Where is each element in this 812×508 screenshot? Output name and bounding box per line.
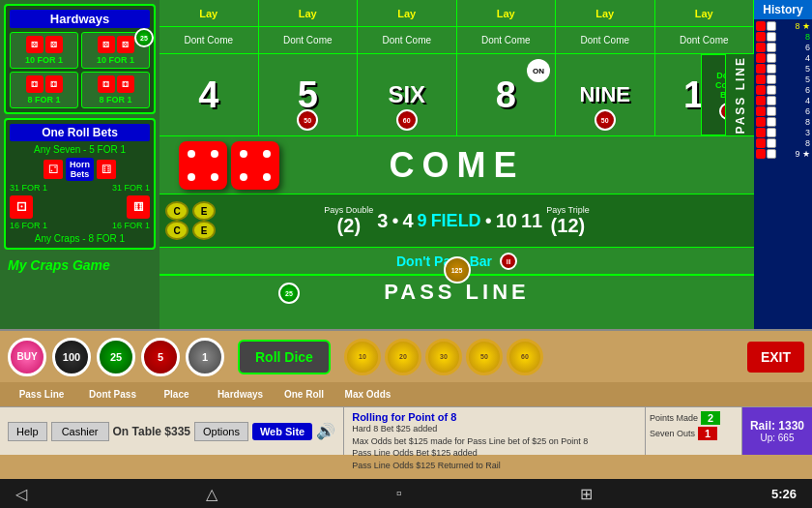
gold-chip-10[interactable]: 10 xyxy=(344,339,381,375)
website-button[interactable]: Web Site xyxy=(252,423,312,440)
number-six[interactable]: SIX 60 xyxy=(358,54,457,135)
hardways-item-1[interactable]: ⚄ ⚄ 10 FOR 1 xyxy=(10,32,78,69)
bottom-controls: BUY 100 25 5 1 Roll Dice 10 20 30 50 60 … xyxy=(0,329,812,479)
number-8[interactable]: ON 8 xyxy=(457,54,557,135)
numbers-inner: 4 5 50 SIX 60 xyxy=(160,54,754,135)
roll-dice-button[interactable]: Roll Dice xyxy=(238,340,331,374)
horn-bets-box[interactable]: HornBets xyxy=(66,158,94,181)
dont-come-1[interactable]: Dont Come xyxy=(160,27,259,53)
gold-chip-60[interactable]: 60 xyxy=(507,339,543,375)
help-button[interactable]: Help xyxy=(8,422,47,441)
chip-25-btn[interactable]: 25 xyxy=(97,338,135,376)
horn-bottom-label-row: 16 FOR 1 16 FOR 1 xyxy=(10,221,150,230)
left-sidebar: Hardways ⚄ ⚄ 10 FOR 1 25 ⚄ xyxy=(0,0,160,329)
c-badge-2[interactable]: C xyxy=(165,221,188,240)
come-label: COME xyxy=(390,145,525,186)
nav-bar: ◁ △ ▫ ⊞ 5:26 xyxy=(0,479,812,508)
lay-cell-4[interactable]: Lay xyxy=(457,0,557,26)
chip-1-btn[interactable]: 1 xyxy=(186,338,224,376)
ce-buttons: C C xyxy=(163,197,190,244)
horn-die2-left[interactable]: ⚀ xyxy=(10,195,33,219)
rolling-title: Rolling for Point of 8 xyxy=(352,411,637,423)
lay-cell-3[interactable]: Lay xyxy=(358,0,457,26)
horn-die-right[interactable]: ⚅ xyxy=(97,160,116,179)
dont-come-5[interactable]: Dont Come xyxy=(556,27,655,53)
options-button[interactable]: Options xyxy=(194,422,248,441)
hardways-item-2[interactable]: 25 ⚄ ⚄ 10 FOR 1 xyxy=(81,32,150,69)
back-icon[interactable]: ◁ xyxy=(15,485,27,503)
points-made-label: Points Made xyxy=(650,413,698,423)
bet-label-place[interactable]: Place xyxy=(150,389,203,400)
number-4[interactable]: 4 xyxy=(160,54,259,135)
bet-labels-row: Pass Line Dont Pass Place Hardways One R… xyxy=(0,382,812,406)
hardways-item-3[interactable]: ⚃ ⚃ 8 FOR 1 xyxy=(10,72,78,108)
dont-come-6[interactable]: Dont Come xyxy=(655,27,755,53)
chip-125-container: 125 xyxy=(444,256,471,284)
dont-come-4[interactable]: Dont Come xyxy=(457,27,557,53)
chip-125: 125 xyxy=(444,256,471,284)
gold-chip-20[interactable]: 20 xyxy=(385,339,421,375)
bet-label-passline[interactable]: Pass Line xyxy=(8,389,75,400)
hardways-box: Hardways ⚄ ⚄ 10 FOR 1 25 ⚄ xyxy=(4,4,156,114)
bet-label-oneroll[interactable]: One Roll xyxy=(277,389,331,400)
bet-label-maxodds[interactable]: Max Odds xyxy=(336,389,399,400)
history-panel: History 8 ★ 8 6 4 xyxy=(754,0,812,329)
e-badge-2[interactable]: E xyxy=(192,221,216,240)
chips-row: BUY 100 25 5 1 Roll Dice 10 20 30 50 60 … xyxy=(0,329,812,382)
pass-line-row[interactable]: 25 PASS LINE 125 xyxy=(160,275,754,309)
points-made-value: 2 xyxy=(701,411,720,425)
come-area[interactable]: COME xyxy=(160,136,754,194)
lay-cell-1[interactable]: Lay xyxy=(160,0,259,26)
horn-die-left[interactable]: ⚁ xyxy=(44,160,63,179)
gold-chip-30[interactable]: 30 xyxy=(425,339,462,375)
bet-label-dontpass[interactable]: Dont Pass xyxy=(81,389,144,400)
hardways-item-4[interactable]: ⚃ ⚃ 8 FOR 1 xyxy=(81,72,150,108)
horn-bottom-right: 16 FOR 1 xyxy=(112,221,150,230)
seven-outs-row: Seven Outs 1 xyxy=(650,427,738,440)
home-icon[interactable]: △ xyxy=(206,485,218,503)
bet-label-hardways[interactable]: Hardways xyxy=(209,389,272,400)
horn-label-row: 31 FOR 1 31 FOR 1 xyxy=(10,183,150,193)
e-badge[interactable]: E xyxy=(192,201,216,221)
hardways-grid: ⚄ ⚄ 10 FOR 1 25 ⚄ ⚄ 10 FOR 1 xyxy=(10,32,150,108)
chip-100[interactable]: 100 xyxy=(52,338,91,376)
number-5[interactable]: 5 50 xyxy=(259,54,359,135)
horn-die2-right[interactable]: ⚅ xyxy=(127,195,150,219)
hardways-label-1: 10 FOR 1 xyxy=(14,55,74,65)
number-nine[interactable]: NINE 50 xyxy=(556,54,655,135)
pass-line-vertical[interactable]: PASS LINE xyxy=(725,54,754,135)
cashier-button[interactable]: Cashier xyxy=(51,422,109,441)
buy-chip[interactable]: BUY xyxy=(8,338,46,376)
field-row[interactable]: Pays Double (2) 3 • 4 9 FIELD • 10 11 Pa… xyxy=(160,194,754,248)
chip-50-nine: 50 xyxy=(594,109,616,131)
die-2 xyxy=(231,141,279,190)
recent-icon[interactable]: ▫ xyxy=(396,485,402,502)
grid-icon[interactable]: ⊞ xyxy=(580,485,593,503)
history-item-3: 6 xyxy=(756,43,810,52)
chip-5-btn[interactable]: 5 xyxy=(141,338,180,376)
dont-come-2[interactable]: Dont Come xyxy=(259,27,359,53)
lay-cell-6[interactable]: Lay xyxy=(655,0,755,26)
center-table: Lay Lay Lay Lay Lay Lay Dont Come Dont C… xyxy=(160,0,754,329)
dont-pass-chip: ||| xyxy=(500,253,517,270)
lay-cell-5[interactable]: Lay xyxy=(556,0,655,26)
history-item-13: 9 ★ xyxy=(756,149,810,159)
one-roll-box: One Roll Bets Any Seven - 5 FOR 1 ⚁ Horn… xyxy=(4,118,156,250)
any-craps-label: Any Craps - 8 FOR 1 xyxy=(10,233,150,244)
exit-button[interactable]: EXIT xyxy=(747,342,804,373)
c-badge[interactable]: C xyxy=(165,201,188,221)
speaker-icon[interactable]: 🔊 xyxy=(316,422,335,440)
history-item-1: 8 ★ xyxy=(756,21,810,31)
status-bar: Help Cashier On Table $335 Options Web S… xyxy=(0,406,812,455)
hardways-label-4: 8 FOR 1 xyxy=(85,95,146,105)
dont-come-3[interactable]: Dont Come xyxy=(358,27,457,53)
history-item-10: 8 xyxy=(756,117,810,127)
lay-cell-2[interactable]: Lay xyxy=(259,0,359,26)
numbers-section: 4 5 50 SIX 60 xyxy=(160,54,754,136)
chip-25-pass: 25 xyxy=(278,283,300,304)
gold-chip-50[interactable]: 50 xyxy=(466,339,503,375)
screen: Hardways ⚄ ⚄ 10 FOR 1 25 ⚄ xyxy=(0,0,812,508)
any-seven-label: Any Seven - 5 FOR 1 xyxy=(10,144,150,155)
horn-bottom-left: 16 FOR 1 xyxy=(10,221,47,230)
gold-chips: 10 20 30 50 60 xyxy=(344,339,543,375)
